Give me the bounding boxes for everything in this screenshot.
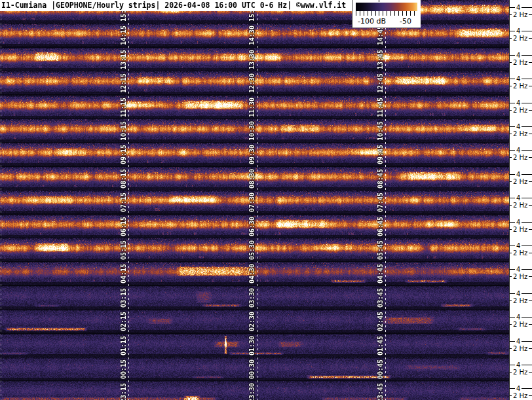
freq-tick-4: 4	[510, 75, 532, 82]
freq-label-4: 4	[515, 123, 522, 130]
freq-tick-2hz: 2 Hz	[510, 345, 532, 352]
freq-tick-4: 4	[510, 27, 532, 35]
freq-label-4: 4	[515, 75, 522, 82]
freq-tick-dash	[529, 324, 532, 325]
freq-tick-dash	[529, 348, 532, 349]
freq-tick-dash	[510, 55, 515, 56]
freq-label-2hz: 2 Hz	[512, 11, 529, 18]
freq-tick-4: 4	[510, 4, 532, 11]
freq-label-2hz: 2 Hz	[512, 82, 529, 90]
freq-tick-4: 4	[510, 100, 532, 107]
freq-tick-dash	[510, 198, 515, 198]
freq-tick-2hz: 2 Hz	[510, 226, 532, 233]
freq-label-2hz: 2 Hz	[512, 392, 529, 399]
page-title: I1-Cumiana |GEOPHONE/Hourly strips| 2026…	[1, 1, 346, 10]
freq-tick-dash	[510, 269, 515, 270]
freq-tick-4: 4	[510, 219, 532, 226]
freq-tick-4: 4	[510, 290, 532, 297]
freq-tick-2hz: 2 Hz	[510, 35, 532, 42]
freq-tick-dash	[529, 372, 532, 373]
freq-tick-dash	[510, 79, 515, 79]
freq-label-2hz: 2 Hz	[512, 345, 529, 352]
freq-tick-4: 4	[510, 385, 532, 392]
colorbar-max-label: -50	[400, 17, 411, 26]
freq-tick-dash	[529, 276, 532, 277]
freq-label-4: 4	[515, 314, 522, 321]
freq-tick-4: 4	[510, 314, 532, 321]
freq-tick-2hz: 2 Hz	[510, 11, 532, 18]
freq-tick-2hz: 2 Hz	[510, 249, 532, 257]
freq-label-4: 4	[515, 52, 522, 59]
freq-tick-dash	[522, 31, 532, 31]
colorbar-top-tick	[379, 0, 379, 2]
freq-tick-dash	[529, 205, 532, 206]
freq-tick-dash	[529, 395, 532, 396]
freq-tick-dash	[510, 365, 515, 365]
freq-tick-dash	[510, 31, 515, 31]
freq-tick-dash	[510, 103, 515, 103]
freq-tick-dash	[529, 62, 532, 63]
title-bar: I1-Cumiana |GEOPHONE/Hourly strips| 2026…	[0, 0, 352, 11]
freq-label-4: 4	[515, 171, 522, 178]
freq-tick-4: 4	[510, 123, 532, 130]
freq-label-2hz: 2 Hz	[512, 226, 529, 233]
freq-tick-dash	[529, 86, 532, 86]
freq-tick-dash	[522, 317, 532, 318]
freq-label-2hz: 2 Hz	[512, 130, 529, 137]
freq-tick-dash	[529, 110, 532, 111]
freq-tick-dash	[510, 293, 515, 294]
freq-tick-2hz: 2 Hz	[510, 154, 532, 161]
freq-tick-dash	[522, 55, 532, 56]
freq-tick-dash	[510, 126, 515, 127]
freq-tick-2hz: 2 Hz	[510, 107, 532, 114]
freq-tick-2hz: 2 Hz	[510, 297, 532, 304]
freq-tick-4: 4	[510, 242, 532, 249]
freq-tick-dash	[529, 253, 532, 253]
freq-tick-4: 4	[510, 266, 532, 273]
colorbar-ticks	[356, 11, 417, 16]
freq-tick-dash	[529, 157, 532, 158]
freq-tick-2hz: 2 Hz	[510, 392, 532, 399]
freq-tick-dash	[510, 222, 515, 223]
freq-tick-2hz: 2 Hz	[510, 59, 532, 66]
freq-tick-2hz: 2 Hz	[510, 369, 532, 376]
freq-tick-dash	[522, 7, 532, 8]
freq-tick-dash	[522, 126, 532, 127]
freq-label-4: 4	[515, 27, 522, 35]
freq-label-4: 4	[515, 194, 522, 202]
freq-tick-2hz: 2 Hz	[510, 202, 532, 209]
freq-tick-4: 4	[510, 338, 532, 345]
freq-tick-dash	[522, 222, 532, 223]
freq-tick-dash	[522, 198, 532, 198]
freq-tick-dash	[522, 245, 532, 246]
freq-tick-4: 4	[510, 171, 532, 178]
freq-tick-dash	[522, 293, 532, 294]
spectrogram-canvas	[0, 0, 532, 400]
freq-tick-dash	[510, 388, 515, 389]
freq-tick-dash	[529, 229, 532, 230]
freq-tick-dash	[522, 341, 532, 342]
freq-tick-dash	[522, 150, 532, 151]
freq-label-4: 4	[515, 100, 522, 107]
freq-tick-dash	[529, 38, 532, 39]
freq-tick-dash	[529, 14, 532, 15]
frequency-axis-margin: 42 Hz42 Hz42 Hz42 Hz42 Hz42 Hz42 Hz42 Hz…	[509, 0, 532, 400]
freq-label-2hz: 2 Hz	[512, 35, 529, 42]
freq-tick-dash	[522, 365, 532, 365]
freq-tick-dash	[522, 79, 532, 79]
freq-label-4: 4	[515, 385, 522, 392]
freq-label-2hz: 2 Hz	[512, 154, 529, 161]
freq-label-2hz: 2 Hz	[512, 297, 529, 304]
colorbar-labels: -100 dB -50	[352, 17, 421, 26]
freq-tick-dash	[510, 150, 515, 151]
freq-label-4: 4	[515, 147, 522, 154]
freq-tick-4: 4	[510, 194, 532, 202]
freq-tick-dash	[522, 103, 532, 103]
colorbar-min-label: -100 dB	[358, 17, 386, 26]
freq-tick-dash	[522, 269, 532, 270]
colorbar-gradient	[356, 3, 417, 11]
freq-label-2hz: 2 Hz	[512, 273, 529, 280]
freq-tick-2hz: 2 Hz	[510, 273, 532, 280]
freq-tick-dash	[510, 317, 515, 318]
freq-label-2hz: 2 Hz	[512, 178, 529, 185]
